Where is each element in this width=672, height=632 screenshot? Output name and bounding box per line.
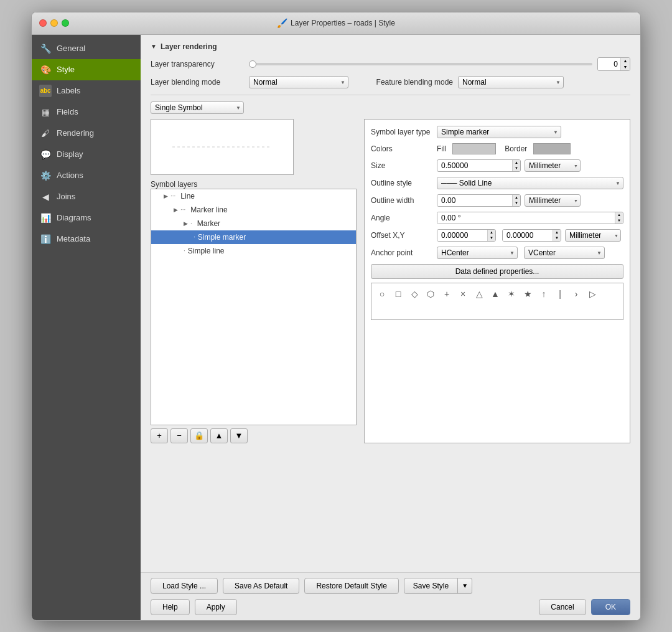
offset-x-input[interactable] xyxy=(437,230,487,241)
offset-y-down[interactable]: ▼ xyxy=(553,235,561,241)
sidebar-item-rendering[interactable]: 🖌 Rendering xyxy=(32,123,141,144)
angle-spin: ▲ ▼ xyxy=(615,212,623,224)
fill-label: Fill xyxy=(437,144,446,153)
outline-width-up[interactable]: ▲ xyxy=(513,195,520,200)
sidebar-item-style[interactable]: 🎨 Style xyxy=(32,59,141,80)
outline-style-wrapper: ─── Solid Line - - Dash Line No Pen xyxy=(437,177,623,189)
sidebar-label-style: Style xyxy=(57,65,75,74)
symbol-layers-label: Symbol layers xyxy=(151,180,197,189)
offset-y-up[interactable]: ▲ xyxy=(553,230,561,235)
layers-label-container: Symbol layers xyxy=(151,180,357,189)
size-unit-select[interactable]: Millimeter Map units Pixel xyxy=(525,159,581,172)
offset-x-up[interactable]: ▲ xyxy=(488,230,495,235)
shape-diamond[interactable]: ◇ xyxy=(408,287,421,301)
outline-width-down[interactable]: ▼ xyxy=(513,200,520,206)
tree-item-line[interactable]: ▶ ··· Line xyxy=(151,189,356,203)
outline-width-input-group: ▲ ▼ xyxy=(437,194,521,207)
offset-unit-select[interactable]: Millimeter Map units Pixel xyxy=(565,229,621,242)
sidebar-item-labels[interactable]: abc Labels xyxy=(32,80,141,101)
shape-x[interactable]: × xyxy=(456,287,470,301)
outline-style-label: Outline style xyxy=(371,179,433,187)
transparency-down[interactable]: ▼ xyxy=(621,64,630,70)
sidebar-item-display[interactable]: 💬 Display xyxy=(32,144,141,165)
offset-y-input[interactable] xyxy=(503,230,553,241)
sidebar-label-actions: Actions xyxy=(57,171,83,180)
apply-button[interactable]: Apply xyxy=(195,599,237,615)
lock-layer-button[interactable]: 🔒 xyxy=(190,428,208,443)
fill-color-swatch[interactable] xyxy=(452,143,496,154)
shape-arrow-up[interactable]: ↑ xyxy=(537,287,551,301)
transparency-input-box: ▲ ▼ xyxy=(597,57,630,71)
size-down[interactable]: ▼ xyxy=(513,166,520,171)
maximize-button[interactable] xyxy=(62,19,69,27)
save-style-dropdown[interactable]: ▼ xyxy=(458,578,472,594)
shape-arrow-play[interactable]: ▷ xyxy=(586,287,599,301)
window-controls xyxy=(39,19,69,27)
move-layer-up-button[interactable]: ▲ xyxy=(210,428,228,443)
data-defined-button[interactable]: Data defined properties... xyxy=(371,264,623,279)
tree-item-simple-line[interactable]: · Simple line xyxy=(151,244,356,258)
shape-triangle[interactable]: △ xyxy=(472,287,486,301)
tree-item-marker-line[interactable]: ▶ ··· Marker line xyxy=(151,203,356,217)
angle-down[interactable]: ▼ xyxy=(615,218,623,224)
symbol-layer-type-select[interactable]: Simple marker SVG marker Font marker xyxy=(437,126,561,138)
shape-square[interactable]: □ xyxy=(391,287,405,301)
shape-star-filled[interactable]: ★ xyxy=(521,287,534,301)
help-button[interactable]: Help xyxy=(151,599,190,615)
transparency-input[interactable] xyxy=(598,59,620,70)
outline-style-select[interactable]: ─── Solid Line - - Dash Line No Pen xyxy=(437,177,623,189)
load-style-button[interactable]: Load Style ... xyxy=(151,578,218,594)
symbol-area: Symbol layers ▶ ··· Line ▶ ··· xyxy=(151,119,630,443)
close-button[interactable] xyxy=(39,19,47,27)
anchor-h-select[interactable]: HCenter Left Right xyxy=(437,247,518,259)
remove-layer-button[interactable]: − xyxy=(170,428,188,443)
angle-input[interactable] xyxy=(437,212,615,224)
shape-triangle-filled[interactable]: ▲ xyxy=(488,287,502,301)
save-as-default-button[interactable]: Save As Default xyxy=(223,578,299,594)
symbol-type-select[interactable]: Single Symbol Categorized Graduated Rule… xyxy=(151,101,244,114)
sidebar-item-metadata[interactable]: ℹ️ Metadata xyxy=(32,229,141,250)
shape-star[interactable]: ✶ xyxy=(505,287,518,301)
layer-rendering-label: Layer rendering xyxy=(161,42,217,51)
add-layer-button[interactable]: + xyxy=(151,428,168,443)
sidebar-label-metadata: Metadata xyxy=(57,234,90,243)
shape-arrow-right[interactable]: › xyxy=(569,287,583,301)
sidebar-item-diagrams[interactable]: 📊 Diagrams xyxy=(32,207,141,229)
angle-up[interactable]: ▲ xyxy=(615,212,623,218)
outline-width-input[interactable] xyxy=(437,195,512,206)
transparency-up[interactable]: ▲ xyxy=(621,58,630,64)
separator-1 xyxy=(151,95,630,95)
size-up[interactable]: ▲ xyxy=(513,160,520,166)
shape-circle[interactable]: ○ xyxy=(375,287,389,301)
border-label: Border xyxy=(505,144,527,153)
collapse-icon[interactable]: ▼ xyxy=(151,43,157,50)
labels-icon: abc xyxy=(39,85,52,97)
ok-button[interactable]: OK xyxy=(591,599,630,615)
outline-width-row: Outline width ▲ ▼ xyxy=(371,194,623,207)
anchor-v-select[interactable]: VCenter Top Bottom xyxy=(524,247,605,259)
shape-cross[interactable]: + xyxy=(440,287,454,301)
shape-line[interactable]: | xyxy=(553,287,567,301)
sidebar-item-actions[interactable]: ⚙️ Actions xyxy=(32,165,141,186)
outline-width-unit-select[interactable]: Millimeter Map units Pixel xyxy=(525,194,581,207)
layers-tree: ▶ ··· Line ▶ ··· Marker line ▶ xyxy=(151,189,357,425)
cancel-button[interactable]: Cancel xyxy=(539,599,586,615)
layer-blending-select[interactable]: Normal Multiply Screen Overlay xyxy=(249,76,348,88)
transparency-slider[interactable] xyxy=(249,63,592,65)
feature-blending-select[interactable]: Normal Multiply Screen xyxy=(458,76,564,88)
border-color-swatch[interactable] xyxy=(533,143,571,154)
offset-x-down[interactable]: ▼ xyxy=(488,235,495,241)
sidebar-item-fields[interactable]: ▦ Fields xyxy=(32,101,141,123)
sidebar-item-joins[interactable]: ◀ Joins xyxy=(32,186,141,207)
anchor-v-wrapper: VCenter Top Bottom xyxy=(524,247,605,259)
restore-default-button[interactable]: Restore Default Style xyxy=(304,578,398,594)
size-input[interactable] xyxy=(437,160,512,171)
outline-style-row: Outline style ─── Solid Line - - Dash Li… xyxy=(371,177,623,189)
tree-item-simple-marker[interactable]: · Simple marker xyxy=(151,230,356,244)
move-layer-down-button[interactable]: ▼ xyxy=(230,428,248,443)
shape-pentagon[interactable]: ⬡ xyxy=(424,287,437,301)
sidebar-item-general[interactable]: 🔧 General xyxy=(32,38,141,59)
minimize-button[interactable] xyxy=(50,19,58,27)
tree-item-marker[interactable]: ▶ · Marker xyxy=(151,217,356,230)
save-style-button[interactable]: Save Style xyxy=(404,578,458,594)
